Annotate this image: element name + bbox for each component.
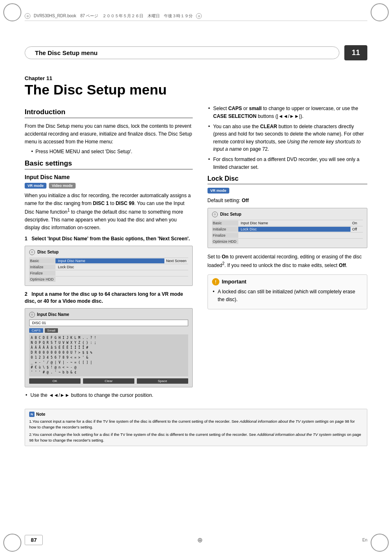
caps-btn[interactable]: CAPS <box>29 328 43 333</box>
corner-decoration-tl <box>3 3 21 21</box>
badge-vr-mode-2: VR mode <box>208 188 229 193</box>
bullet-cursor: Use the ◄◄/►► buttons to change the curs… <box>25 391 193 399</box>
important-item-1: A locked disc can still be initialized (… <box>212 288 363 303</box>
idn-screen-title: Input Disc Name <box>37 312 69 317</box>
important-list: A locked disc can still be initialized (… <box>212 288 363 303</box>
left-bullet-list: Use the ◄◄/►► buttons to change the curs… <box>25 391 193 399</box>
two-column-layout: Introduction From the Disc Setup menu yo… <box>25 105 367 402</box>
ok-btn[interactable]: OK <box>29 378 81 384</box>
footer-lang: En <box>362 538 367 542</box>
page-title: The Disc Setup menu <box>25 82 367 97</box>
corner-decoration-bl <box>3 534 21 552</box>
screen-mockup-basic: ⊙ Disc Setup Basic Input Disc Name Next … <box>25 246 193 286</box>
lock-disc-default: Default setting: Off <box>208 197 367 205</box>
clear-btn[interactable]: Clear <box>83 378 134 384</box>
small-btn[interactable]: Small <box>45 328 58 333</box>
screen-row-basic: Basic Input Disc Name Next Screen <box>29 258 188 264</box>
screen2-row-opt: Optimize HDD <box>212 238 363 244</box>
screen-row-initialize: Initialize Lock Disc <box>29 264 188 270</box>
bullet-caps: Select CAPS or small to change to upper … <box>208 105 367 120</box>
header-title: The Disc Setup menu <box>25 46 339 59</box>
corner-decoration-br <box>371 534 389 552</box>
top-bar: ⊕ DVR530HS_RDR.book 87 ページ ２００５年５月２６日 木曜… <box>25 13 367 21</box>
note-box: N Note 1.You cannot input a name for a d… <box>25 409 367 446</box>
top-bar-crosshair-right: ⊕ <box>196 13 202 19</box>
important-title: ! Important <box>212 278 363 286</box>
screen2-row-final: Finalize <box>212 232 363 238</box>
file-info: DVR530HS_RDR.book 87 ページ ２００５年５月２６日 木曜日 … <box>34 13 193 19</box>
lock-disc-body: Set to On to prevent accidental recordin… <box>208 253 367 269</box>
screen-mockup-lock: ⊙ Disc Setup Basic Input Disc Name On In… <box>208 208 367 248</box>
introduction-body: From the Disc Setup menu you can name di… <box>25 122 193 145</box>
note-text-2: 2.You cannot change the lock setting for… <box>29 432 363 444</box>
note-icon: N <box>29 412 35 417</box>
bullet-charset: For discs formatted on a different DVD r… <box>208 156 367 171</box>
corner-decoration-tr <box>371 3 389 21</box>
input-disc-name-heading: Input Disc Name <box>25 174 193 180</box>
warning-icon: ! <box>212 278 219 286</box>
idn-screen: ⊙ Input Disc Name DISC 01 CAPS Small A B… <box>25 308 193 387</box>
right-column: Select CAPS or small to change to upper … <box>208 105 367 402</box>
step2-instruction: 2 Input a name for the disc up to 64 cha… <box>25 291 193 305</box>
step1-instruction: 1 Select 'Input Disc Name' from the Basi… <box>25 235 193 242</box>
screen-row-finalize: Finalize <box>29 270 188 276</box>
badge-video-mode: Video mode <box>49 183 76 189</box>
space-btn[interactable]: Space <box>137 378 188 384</box>
screen2-row-init: Initialize Lock Disc Off <box>212 226 363 232</box>
idn-btn-row: CAPS Small <box>29 328 188 333</box>
footer-band: 87 ⊕ En <box>25 535 367 545</box>
input-disc-name-body: When you initialize a disc for recording… <box>25 192 193 231</box>
introduction-heading: Introduction <box>25 108 193 118</box>
chapter-number: 11 <box>344 45 367 60</box>
idn-char-grid: A B C D E F G H I J K L M . . ? !N O P Q… <box>29 334 188 376</box>
disc-icon-1: ⊙ <box>29 249 35 255</box>
page-number: 87 <box>25 535 43 545</box>
important-box: ! Important A locked disc can still be i… <box>208 274 367 309</box>
lock-disc-badges: VR mode <box>208 188 367 193</box>
chapter-label: Chapter 11 <box>25 75 367 81</box>
top-bar-crosshair: ⊕ <box>25 13 30 19</box>
screen1-title: Disc Setup <box>37 250 59 254</box>
note-title: N Note <box>29 412 363 417</box>
screen-row-optimize: Optimize HDD <box>29 276 188 282</box>
right-bullet-list: Select CAPS or small to change to upper … <box>208 105 367 171</box>
lock-disc-heading: Lock Disc <box>208 175 367 184</box>
disc-icon-2: ⊙ <box>29 312 35 318</box>
bullet-clear: You can also use the CLEAR button to del… <box>208 123 367 153</box>
idn-name-bar: DISC 01 <box>29 320 188 326</box>
badge-vr-mode: VR mode <box>25 183 46 189</box>
main-content: Chapter 11 The Disc Setup menu Introduct… <box>25 64 367 530</box>
basic-settings-heading: Basic settings <box>25 159 193 170</box>
press-instruction: Press HOME MENU and select 'Disc Setup'. <box>31 149 193 154</box>
note-text-1: 1.You cannot input a name for a disc if … <box>29 419 363 431</box>
screen2-title: Disc Setup <box>220 212 242 216</box>
bottom-crosshair: ⊕ <box>197 536 203 544</box>
disc-icon-3: ⊙ <box>212 212 218 217</box>
screen2-row-basic: Basic Input Disc Name On <box>212 220 363 226</box>
idn-action-row: OK Clear Space <box>29 378 188 384</box>
header-band: The Disc Setup menu 11 <box>25 45 367 60</box>
input-disc-name-badges: VR mode Video mode <box>25 183 193 189</box>
left-column: Introduction From the Disc Setup menu yo… <box>25 105 193 402</box>
